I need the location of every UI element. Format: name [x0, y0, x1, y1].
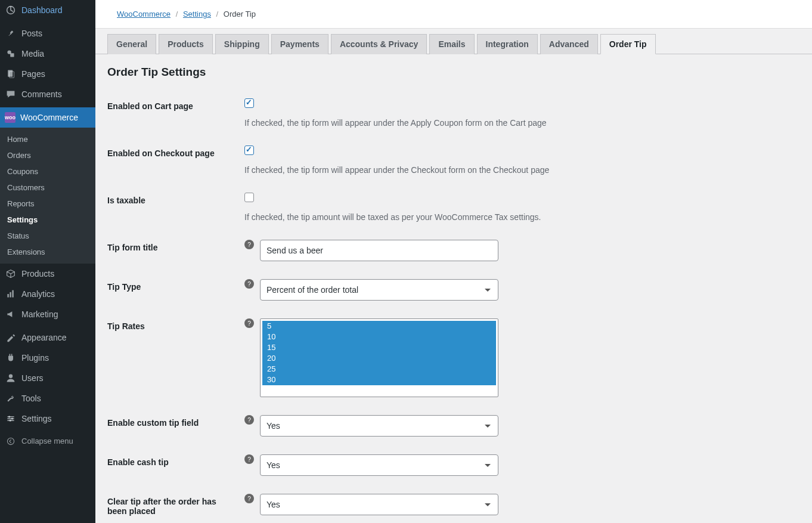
sidebar-item-analytics[interactable]: Analytics — [0, 284, 95, 304]
sidebar-item-woocommerce[interactable]: woo WooCommerce — [0, 107, 95, 128]
svg-rect-2 — [10, 53, 14, 57]
sidebar-item-products[interactable]: Products — [0, 264, 95, 284]
sub-item-status[interactable]: Status — [0, 228, 95, 244]
main-content: WooCommerce / Settings / Order Tip Gener… — [95, 0, 812, 523]
select-cash-tip[interactable]: Yes — [260, 454, 498, 476]
tab-advanced[interactable]: Advanced — [540, 34, 598, 54]
sidebar-item-pages[interactable]: Pages — [0, 64, 95, 84]
label-tip-title: Tip form title — [107, 231, 238, 270]
help-tip-icon[interactable]: ? — [244, 415, 254, 425]
select-custom-tip[interactable]: Yes — [260, 415, 498, 437]
sidebar-item-tools[interactable]: Tools — [0, 388, 95, 409]
sub-item-orders[interactable]: Orders — [0, 147, 95, 163]
users-icon — [5, 373, 17, 383]
settings-content: Order Tip Settings Enabled on Cart page … — [95, 54, 812, 523]
tab-order-tip[interactable]: Order Tip — [600, 34, 656, 54]
select-tip-type-value: Percent of the order total — [266, 285, 358, 295]
sidebar-item-plugins[interactable]: Plugins — [0, 348, 95, 368]
woocommerce-submenu: Home Orders Coupons Customers Reports Se… — [0, 128, 95, 264]
label-is-taxable: Is taxable — [107, 184, 238, 231]
sidebar-item-label: Dashboard — [21, 5, 63, 15]
tab-integration[interactable]: Integration — [477, 34, 538, 54]
sidebar-item-label: Products — [21, 269, 54, 278]
tip-rate-option[interactable]: 30 — [262, 375, 496, 385]
top-bar: WooCommerce / Settings / Order Tip — [95, 0, 812, 29]
sidebar-item-comments[interactable]: Comments — [0, 84, 95, 104]
svg-rect-7 — [12, 290, 13, 298]
tip-rate-option[interactable]: 20 — [262, 353, 496, 364]
label-clear-tip: Clear tip after the order has been place… — [107, 485, 238, 523]
plugins-icon — [5, 353, 17, 363]
tab-shipping[interactable]: Shipping — [215, 34, 269, 54]
select-tip-type[interactable]: Percent of the order total — [260, 279, 498, 301]
tip-rate-option[interactable]: 25 — [262, 364, 496, 375]
sidebar-item-label: Pages — [21, 69, 45, 79]
help-tip-icon[interactable]: ? — [244, 454, 254, 464]
tools-icon — [5, 394, 17, 403]
sidebar-item-label: Analytics — [21, 289, 55, 299]
sidebar-item-settings[interactable]: Settings — [0, 409, 95, 429]
dashboard-icon — [5, 5, 17, 15]
sub-item-extensions[interactable]: Extensions — [0, 244, 95, 260]
sidebar-item-marketing[interactable]: Marketing — [0, 304, 95, 324]
help-tip-icon[interactable]: ? — [244, 279, 254, 289]
marketing-icon — [5, 310, 17, 319]
settings-icon — [5, 414, 17, 423]
sidebar-item-dashboard[interactable]: Dashboard — [0, 0, 95, 20]
tab-payments[interactable]: Payments — [271, 34, 328, 54]
tab-general[interactable]: General — [107, 34, 156, 54]
sidebar-item-label: Users — [21, 373, 44, 383]
sidebar-item-media[interactable]: Media — [0, 44, 95, 64]
select-clear-tip-value: Yes — [266, 500, 280, 509]
label-tip-rates: Tip Rates — [107, 310, 238, 406]
label-enabled-checkout: Enabled on Checkout page — [107, 137, 238, 184]
sidebar-item-label: Appearance — [21, 333, 67, 342]
media-icon — [5, 49, 17, 58]
checkbox-enabled-cart[interactable] — [244, 98, 254, 108]
tip-rate-option[interactable]: 15 — [262, 342, 496, 353]
breadcrumb: WooCommerce / Settings / Order Tip — [117, 10, 791, 18]
desc-enabled-checkout: If checked, the tip form will appear und… — [244, 165, 794, 175]
help-tip-icon[interactable]: ? — [244, 494, 254, 503]
collapse-icon — [5, 437, 17, 445]
tab-emails[interactable]: Emails — [429, 34, 474, 54]
breadcrumb-woocommerce-link[interactable]: WooCommerce — [117, 10, 171, 18]
svg-rect-5 — [7, 294, 8, 298]
desc-is-taxable: If checked, the tip amount will be taxed… — [244, 212, 794, 222]
sub-item-coupons[interactable]: Coupons — [0, 163, 95, 180]
tip-rate-option[interactable]: 5 — [262, 321, 496, 332]
pin-icon — [5, 29, 17, 38]
sidebar-item-users[interactable]: Users — [0, 368, 95, 388]
breadcrumb-settings-link[interactable]: Settings — [183, 10, 211, 18]
page-title: Order Tip Settings — [107, 60, 800, 81]
collapse-menu-button[interactable]: Collapse menu — [0, 432, 95, 450]
sidebar-item-appearance[interactable]: Appearance — [0, 327, 95, 348]
collapse-label: Collapse menu — [21, 437, 73, 445]
svg-point-8 — [9, 375, 13, 378]
checkbox-enabled-checkout[interactable] — [244, 146, 254, 155]
select-clear-tip[interactable]: Yes — [260, 494, 498, 515]
tip-rate-option[interactable]: 10 — [262, 332, 496, 342]
tab-products[interactable]: Products — [159, 34, 213, 54]
sidebar-item-label: Marketing — [21, 310, 58, 319]
sidebar-item-posts[interactable]: Posts — [0, 23, 95, 44]
help-tip-icon[interactable]: ? — [244, 318, 254, 328]
sidebar-item-label: Tools — [21, 394, 41, 403]
checkbox-is-taxable[interactable] — [244, 193, 254, 202]
sub-item-home[interactable]: Home — [0, 131, 95, 147]
pages-icon — [5, 69, 17, 79]
settings-tabs: General Products Shipping Payments Accou… — [95, 29, 812, 54]
desc-enabled-cart: If checked, the tip form will appear und… — [244, 118, 794, 128]
sidebar-item-label: Comments — [21, 89, 62, 99]
label-custom-tip: Enable custom tip field — [107, 406, 238, 445]
input-tip-title[interactable] — [260, 240, 498, 261]
multiselect-tip-rates[interactable]: 5 10 15 20 25 30 — [260, 318, 498, 397]
sub-item-reports[interactable]: Reports — [0, 196, 95, 212]
svg-point-12 — [8, 416, 10, 417]
tab-accounts-privacy[interactable]: Accounts & Privacy — [331, 34, 427, 54]
help-tip-icon[interactable]: ? — [244, 240, 254, 249]
products-icon — [5, 269, 17, 278]
sidebar-item-label: WooCommerce — [20, 113, 78, 122]
sub-item-settings[interactable]: Settings — [0, 212, 95, 228]
sub-item-customers[interactable]: Customers — [0, 180, 95, 196]
